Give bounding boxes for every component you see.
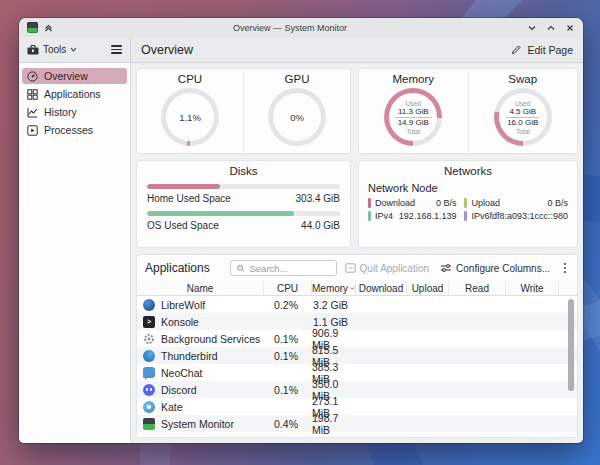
- cpu-title: CPU: [178, 73, 202, 85]
- konsole-icon: >: [143, 316, 155, 328]
- table-row-discord[interactable]: Discord 0.1% 350.0 MiB: [137, 381, 577, 398]
- overflow-menu-icon[interactable]: [561, 263, 569, 272]
- swap-used-value: 4.5 GiB: [506, 107, 539, 119]
- network-ipv4-stat: IPv4 192.168.1.139: [368, 211, 456, 221]
- table-row-librewolf[interactable]: LibreWolf 0.2% 3.2 GiB: [137, 296, 577, 313]
- table-row-neochat[interactable]: NeoChat 385.3 MiB: [137, 364, 577, 381]
- sidebar-item-overview[interactable]: Overview: [22, 68, 127, 84]
- app-cpu: [264, 398, 312, 415]
- app-name: Discord: [161, 384, 197, 396]
- gauge-icon: [27, 71, 38, 82]
- cpu-donut: 1.1%: [161, 88, 219, 146]
- chevron-down-icon: [70, 47, 77, 52]
- sidebar-menu-icon[interactable]: [109, 43, 124, 56]
- stat-label: IPv4: [375, 211, 393, 221]
- home-usage-bar: [147, 184, 220, 189]
- cpu-gauge: CPU 1.1%: [137, 69, 243, 153]
- app-cpu: [264, 364, 312, 381]
- app-cpu: 0.1%: [264, 330, 312, 347]
- background-services-icon: [143, 333, 155, 345]
- network-upload-stat: Upload 0 B/s: [464, 198, 568, 208]
- applications-table: Name CPU Memory Download Upload Read Wri…: [137, 281, 577, 437]
- tools-menu-button[interactable]: Tools: [27, 44, 77, 55]
- librewolf-icon: [143, 299, 155, 311]
- quit-application-icon: [345, 263, 356, 273]
- configure-columns-label: Configure Columns...: [456, 263, 550, 274]
- applications-title: Applications: [145, 261, 210, 275]
- column-header-memory[interactable]: Memory: [312, 281, 356, 295]
- column-header-download[interactable]: Download: [356, 281, 407, 295]
- app-name: Kate: [161, 401, 183, 413]
- cpu-gpu-card: CPU 1.1% GPU 0%: [136, 68, 351, 154]
- neochat-icon: [143, 367, 155, 379]
- network-ipv6-stat: IPv6 fdf8:a093:1ccc::980: [464, 211, 568, 221]
- column-header-read[interactable]: Read: [449, 281, 506, 295]
- tools-label: Tools: [43, 44, 66, 55]
- quit-application-button[interactable]: Quit Application: [345, 263, 430, 274]
- kate-icon: [143, 401, 155, 413]
- window-title: Overview — System Monitor: [53, 23, 527, 33]
- search-input[interactable]: [249, 263, 329, 274]
- column-header-write[interactable]: Write: [506, 281, 559, 295]
- stat-label: Download: [375, 198, 415, 208]
- search-field[interactable]: [230, 260, 337, 276]
- app-cpu: 0.2%: [264, 296, 312, 313]
- quit-application-label: Quit Application: [360, 263, 430, 274]
- applications-card: Applications Quit Application: [136, 254, 578, 438]
- app-cpu: 0.1%: [264, 347, 312, 364]
- app-cpu: 0.4%: [264, 415, 312, 432]
- upload-color-chip: [464, 198, 467, 208]
- maximize-button[interactable]: [546, 23, 556, 33]
- sidebar-item-label: History: [44, 106, 77, 118]
- configure-columns-icon: [440, 263, 452, 273]
- memory-used-value: 11.3 GiB: [395, 107, 432, 119]
- scrollbar-thumb[interactable]: [568, 299, 574, 391]
- download-color-chip: [368, 198, 371, 208]
- table-row-konsole[interactable]: >Konsole 1.1 GiB: [137, 313, 577, 330]
- stat-value: 0 B/s: [500, 198, 568, 208]
- gpu-title: GPU: [285, 73, 310, 85]
- system-monitor-window: Overview — System Monitor Tools: [19, 18, 583, 443]
- os-usage-bar: [147, 211, 294, 216]
- sidebar-item-history[interactable]: History: [22, 104, 127, 120]
- process-list-icon: [27, 125, 38, 136]
- search-icon: [237, 264, 245, 273]
- table-scrollbar[interactable]: [568, 299, 574, 433]
- table-row-thunderbird[interactable]: Thunderbird 0.1% 815.5 MiB: [137, 347, 577, 364]
- column-header-cpu[interactable]: CPU: [264, 281, 312, 295]
- app-icon: [27, 22, 38, 33]
- edit-page-button[interactable]: Edit Page: [511, 44, 573, 56]
- close-button[interactable]: [565, 23, 575, 33]
- sidebar-item-applications[interactable]: Applications: [22, 86, 127, 102]
- app-name: LibreWolf: [161, 299, 205, 311]
- table-row-system-monitor[interactable]: System Monitor 0.4% 198.7 MiB: [137, 415, 577, 432]
- keep-above-icon[interactable]: [44, 23, 53, 32]
- table-row-background-services[interactable]: Background Services 0.1% 906.9 MiB: [137, 330, 577, 347]
- toolbox-icon: [27, 45, 39, 55]
- table-row-kate[interactable]: Kate 273.1 MiB: [137, 398, 577, 415]
- swap-donut: Used 4.5 GiB 16.0 GiB Total: [494, 88, 552, 146]
- pencil-icon: [511, 44, 522, 55]
- disk-entry-os: OS Used Space 44.0 GiB: [147, 211, 340, 231]
- swap-total-label: Total: [516, 128, 530, 135]
- column-header-name[interactable]: Name: [137, 281, 264, 295]
- app-memory: 3.2 GiB: [312, 296, 356, 313]
- edit-page-label: Edit Page: [527, 44, 573, 56]
- network-download-stat: Download 0 B/s: [368, 198, 456, 208]
- sidebar-item-label: Overview: [44, 70, 88, 82]
- stat-label: Upload: [471, 198, 500, 208]
- ipv6-color-chip: [464, 211, 467, 221]
- app-name: Thunderbird: [161, 350, 218, 362]
- titlebar[interactable]: Overview — System Monitor: [19, 18, 583, 37]
- sidebar: Overview Applications History: [19, 63, 131, 443]
- memory-total-label: Total: [406, 128, 420, 135]
- disk-entry-home: Home Used Space 303.4 GiB: [147, 184, 340, 204]
- minimize-button[interactable]: [527, 23, 537, 33]
- app-name: System Monitor: [161, 418, 234, 430]
- sidebar-item-processes[interactable]: Processes: [22, 122, 127, 138]
- disk-value: 44.0 GiB: [301, 220, 340, 231]
- configure-columns-button[interactable]: Configure Columns...: [440, 263, 550, 274]
- memory-gauge: Memory Used 11.3 GiB 14.9 GiB Total: [359, 69, 468, 153]
- memory-total-value: 14.9 GiB: [398, 118, 429, 128]
- column-header-upload[interactable]: Upload: [407, 281, 449, 295]
